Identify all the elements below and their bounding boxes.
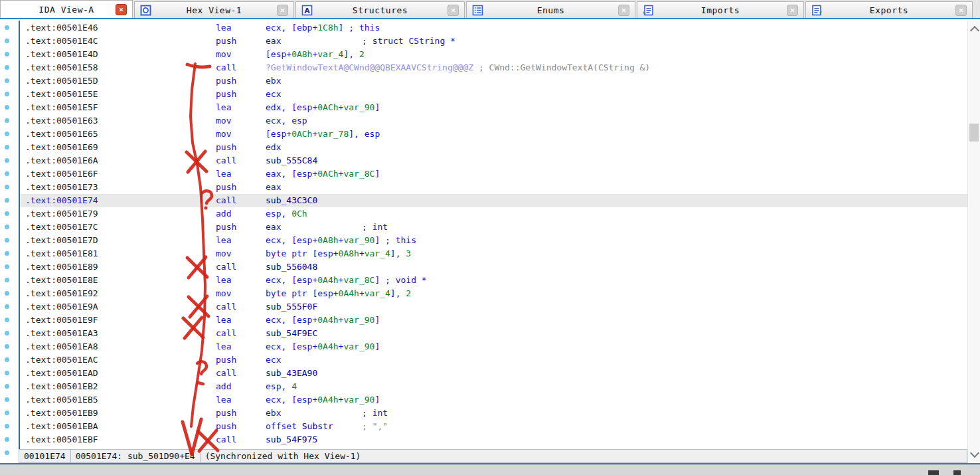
- disasm-line[interactable]: .text:00501E69pushedx: [20, 141, 967, 154]
- disasm-line[interactable]: .text:00501E9Fleaecx, [esp+0A4h+var_90]: [20, 314, 967, 327]
- disasm-line[interactable]: .text:00501E9Acallsub_555F0F: [20, 300, 967, 314]
- nav-dot-icon: [5, 171, 9, 176]
- tab-close-icon[interactable]: ×: [618, 5, 629, 16]
- line-address: .text:00501EB9: [25, 407, 98, 420]
- line-mnemonic: call: [216, 194, 236, 207]
- tab-close-icon[interactable]: ×: [448, 5, 459, 16]
- tab-imports[interactable]: Imports×: [637, 1, 804, 18]
- line-mnemonic: lea: [216, 314, 231, 327]
- tab-close-icon[interactable]: ×: [277, 5, 288, 16]
- line-operands: byte ptr [esp+0A8h+var_4], 3: [266, 247, 411, 260]
- disasm-line[interactable]: .text:00501E92movbyte ptr [esp+0A4h+var_…: [20, 287, 967, 300]
- line-operands: ecx, [esp+0A4h+var_90]: [266, 314, 380, 327]
- nav-dot-icon: [5, 357, 9, 362]
- line-mnemonic: mov: [216, 128, 231, 141]
- nav-dot-icon: [5, 424, 9, 428]
- disasm-line[interactable]: .text:00501EBFcallsub_54F975: [20, 433, 967, 446]
- scroll-up-icon[interactable]: [970, 26, 979, 35]
- line-mnemonic: call: [216, 327, 236, 340]
- disasm-line[interactable]: .text:00501E63movecx, esp: [20, 114, 967, 128]
- imports-icon: [643, 5, 654, 16]
- tab-ida-view-a[interactable]: IDA View-A×: [0, 0, 133, 18]
- disassembly-view[interactable]: .text:00501E46leaecx, [ebp+1C8h] ; this.…: [20, 21, 967, 446]
- line-operands: edx, [esp+0ACh+var_90]: [266, 101, 380, 114]
- line-comment: ; ",": [362, 420, 388, 433]
- disasm-line[interactable]: .text:00501EBApushoffset Substr; ",": [20, 420, 967, 433]
- disasm-line[interactable]: .text:00501EA3callsub_54F9EC: [20, 327, 967, 340]
- disasm-line[interactable]: .text:00501E74callsub_43C3C0: [20, 194, 967, 207]
- line-mnemonic: call: [216, 61, 236, 74]
- tab-close-icon[interactable]: ×: [116, 4, 127, 15]
- line-address: .text:00501E46: [25, 21, 98, 35]
- nav-dot-icon: [5, 39, 9, 43]
- disasm-line[interactable]: .text:00501E58call?GetWindowTextA@CWnd@@…: [20, 61, 967, 74]
- disasm-line[interactable]: .text:00501E89callsub_556048: [20, 260, 967, 274]
- tab-exports[interactable]: Exports×: [805, 1, 973, 18]
- tab-label: Enums: [483, 5, 618, 15]
- tray-icon: [928, 470, 939, 475]
- disasm-line[interactable]: .text:00501EACpushecx: [20, 353, 967, 367]
- line-address: .text:00501E5D: [25, 74, 98, 88]
- nav-dot-icon: [5, 92, 9, 96]
- scroll-down-icon[interactable]: [970, 448, 979, 458]
- tab-hex-view-1[interactable]: Hex View-1×: [134, 1, 294, 18]
- line-operands: ecx: [266, 88, 281, 101]
- hex-view-icon: [140, 5, 151, 16]
- line-operands: ecx, [esp+0A4h+var_90]: [266, 393, 380, 407]
- line-address: .text:00501E6F: [25, 167, 98, 181]
- nav-dot-icon: [5, 304, 9, 309]
- disasm-line[interactable]: .text:00501E5Dpushebx: [20, 74, 967, 88]
- vertical-scrollbar[interactable]: [967, 21, 980, 463]
- tab-structures[interactable]: AStructures×: [295, 1, 465, 18]
- disasm-line[interactable]: .text:00501EA8leaecx, [esp+0A4h+var_90]: [20, 340, 967, 353]
- tab-label: Exports: [823, 5, 955, 15]
- scrollbar-thumb[interactable]: [969, 124, 979, 142]
- enums-icon: [472, 5, 483, 16]
- line-mnemonic: push: [216, 141, 236, 154]
- disasm-line[interactable]: .text:00501EB9pushebx; int: [20, 407, 967, 420]
- disasm-line[interactable]: .text:00501EB2addesp, 4: [20, 380, 967, 393]
- disasm-line[interactable]: .text:00501E5Epushecx: [20, 88, 967, 101]
- tab-bar: IDA View-A×Hex View-1×AStructures×Enums×…: [0, 0, 980, 19]
- disasm-line[interactable]: .text:00501E4Dmov[esp+0A8h+var_4], 2: [20, 48, 967, 61]
- line-operands: sub_555F0F: [266, 300, 317, 314]
- tab-close-icon[interactable]: ×: [787, 5, 798, 16]
- line-address: .text:00501E79: [25, 207, 98, 221]
- line-operands: sub_556048: [266, 260, 317, 274]
- disasm-line[interactable]: .text:00501E4Cpusheax; struct CString *: [20, 35, 967, 48]
- disasm-line[interactable]: .text:00501EB5leaecx, [esp+0A4h+var_90]: [20, 393, 967, 407]
- disasm-line[interactable]: .text:00501E8Eleaecx, [esp+0A4h+var_8C] …: [20, 274, 967, 287]
- line-operands: ecx, [esp+0A4h+var_8C] ; void *: [266, 274, 427, 287]
- line-mnemonic: lea: [216, 340, 231, 353]
- tab-enums[interactable]: Enums×: [466, 1, 635, 18]
- disasm-line[interactable]: .text:00501E7Dleaecx, [esp+0A8h+var_90] …: [20, 234, 967, 247]
- nav-dot-icon: [5, 251, 9, 256]
- disasm-line[interactable]: .text:00501E7Cpusheax; int: [20, 221, 967, 234]
- disasm-line[interactable]: .text:00501E46leaecx, [ebp+1C8h] ; this: [20, 21, 967, 35]
- disasm-line[interactable]: .text:00501E6Fleaeax, [esp+0ACh+var_8C]: [20, 167, 967, 181]
- disasm-line[interactable]: .text:00501E5Fleaedx, [esp+0ACh+var_90]: [20, 101, 967, 114]
- tab-close-icon[interactable]: ×: [955, 5, 967, 16]
- nav-dot-icon: [5, 264, 9, 269]
- disasm-line[interactable]: .text:00501E6Acallsub_555C84: [20, 154, 967, 167]
- line-mnemonic: push: [216, 221, 236, 234]
- line-operands: sub_43EA90: [266, 367, 317, 380]
- line-operands: eax: [266, 35, 281, 48]
- disasm-line[interactable]: .text:00501E79addesp, 0Ch: [20, 207, 967, 221]
- disasm-line[interactable]: .text:00501E81movbyte ptr [esp+0A8h+var_…: [20, 247, 967, 260]
- nav-dot-icon: [5, 145, 9, 149]
- tab-label: Imports: [654, 5, 787, 15]
- nav-dot-icon: [5, 211, 9, 216]
- line-operands: offset Substr: [266, 420, 333, 433]
- text-caret: [201, 192, 203, 203]
- line-operands: byte ptr [esp+0A4h+var_4], 2: [266, 287, 411, 300]
- line-address: .text:00501E69: [25, 141, 98, 154]
- line-address: .text:00501EA8: [25, 340, 98, 353]
- line-address: .text:00501E81: [25, 247, 98, 260]
- line-operands: ebx: [266, 407, 281, 420]
- disasm-line[interactable]: .text:00501E65mov[esp+0ACh+var_78], esp: [20, 128, 967, 141]
- disasm-line[interactable]: .text:00501EADcallsub_43EA90: [20, 367, 967, 380]
- disasm-line[interactable]: .text:00501E73pusheax: [20, 181, 967, 194]
- nav-dot-icon: [5, 78, 9, 83]
- line-mnemonic: lea: [216, 101, 231, 114]
